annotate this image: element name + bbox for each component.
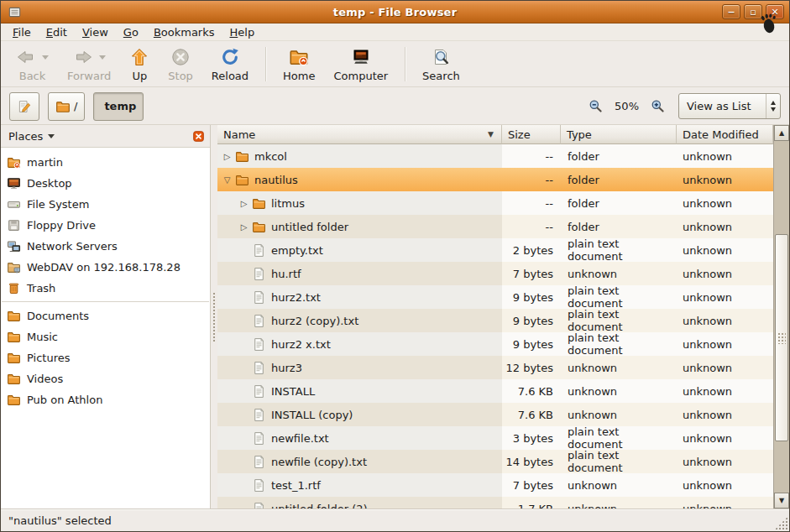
status-text: "nautilus" selected [8, 514, 112, 527]
file-row-empty-txt[interactable]: empty.txt 2 bytes plain text document un… [217, 238, 773, 262]
file-row-hurz2-txt[interactable]: hurz2.txt 9 bytes plain text document un… [217, 285, 773, 309]
path-button-temp[interactable]: temp [93, 92, 144, 121]
up-arrow-icon [129, 47, 149, 67]
sidebar-item-pub-on-athlon[interactable]: Pub on Athlon [1, 389, 210, 410]
minimize-button[interactable]: − [722, 4, 740, 19]
thumb-grip-icon [777, 332, 786, 344]
column-header-name[interactable]: Name ▼ [217, 125, 502, 144]
toolbar-separator [265, 47, 266, 81]
menu-item-edit[interactable]: Edit [39, 25, 75, 39]
expander-icon[interactable]: ▷ [238, 199, 250, 208]
toolbar-button-label: Up [132, 70, 147, 82]
file-row-hurz2-x-txt[interactable]: hurz2 x.txt 9 bytes plain text document … [217, 332, 773, 356]
places-header-label: Places [8, 130, 43, 143]
scrollbar-thumb[interactable] [775, 234, 788, 441]
reload-icon [220, 47, 240, 67]
gnome-foot-icon [757, 12, 779, 35]
menu-item-help[interactable]: Help [222, 25, 263, 39]
scroll-down-button[interactable]: ▼ [774, 493, 789, 509]
sidebar-item-network-servers[interactable]: Network Servers [1, 236, 210, 257]
toolbar-button-home[interactable]: Home [276, 45, 322, 84]
trash-icon [7, 281, 21, 295]
floppy-icon [7, 218, 21, 232]
expander-icon[interactable]: ▷ [238, 222, 250, 232]
sidebar-item-floppy-drive[interactable]: Floppy Drive [1, 215, 210, 236]
folder-icon [7, 351, 21, 365]
dropdown-arrow-icon[interactable] [99, 55, 106, 60]
file-row-install-copy[interactable]: INSTALL (copy) 7.6 KB unknown unknown [217, 403, 773, 426]
file-row-hurz2-copy-txt[interactable]: hurz2 (copy).txt 9 bytes plain text docu… [217, 309, 773, 332]
vertical-scrollbar[interactable]: ▲ ▼ [773, 125, 789, 509]
file-row-hu-rtf[interactable]: hu.rtf 7 bytes unknown unknown [217, 262, 773, 285]
file-icon [252, 478, 266, 493]
zoom-in-icon[interactable] [651, 99, 665, 113]
toolbar-button-label: Computer [333, 70, 388, 82]
sidebar-item-martin[interactable]: martin [1, 152, 210, 173]
toolbar-button-reload[interactable]: Reload [205, 45, 255, 84]
file-browser-window: temp - File Browser − ▫ ✕ FileEditViewGo… [0, 0, 790, 532]
title-bar[interactable]: temp - File Browser − ▫ ✕ [1, 1, 789, 23]
pane-splitter[interactable] [211, 125, 217, 509]
toolbar-button-label: Home [283, 70, 315, 82]
toolbar-button-up[interactable]: Up [123, 45, 156, 84]
file-row-hurz3[interactable]: hurz3 12 bytes unknown unknown [217, 356, 773, 379]
toolbar-button-forward[interactable]: Forward [60, 45, 118, 84]
main-area: Places martin Desktop File System Floppy… [1, 125, 789, 509]
expander-icon[interactable]: ▽ [221, 175, 233, 185]
file-icon [252, 337, 266, 352]
file-row-litmus[interactable]: ▷ litmus -- folder unknown [217, 191, 773, 215]
edit-location-button[interactable] [9, 92, 39, 121]
file-row-test-1-rtf[interactable]: test_1.rtf 7 bytes unknown unknown [217, 473, 773, 497]
drive-icon [7, 197, 21, 211]
places-close-icon[interactable] [192, 130, 205, 143]
sidebar-item-file-system[interactable]: File System [1, 194, 210, 215]
sort-indicator-icon: ▼ [488, 130, 495, 138]
sidebar-item-webdav-on-192-168-178-28[interactable]: WebDAV on 192.168.178.28 [1, 257, 210, 278]
toolbar-button-stop[interactable]: Stop [161, 45, 200, 84]
zoom-out-icon[interactable] [589, 99, 603, 113]
file-row-nautilus[interactable]: ▽ nautilus -- folder unknown [217, 168, 773, 191]
view-mode-select[interactable]: View as List [678, 93, 781, 119]
menu-bar: FileEditViewGoBookmarksHelp [1, 23, 789, 41]
toolbar-button-back[interactable]: Back [9, 45, 55, 84]
toolbar-button-label: Stop [168, 70, 193, 82]
file-row-install[interactable]: INSTALL 7.6 KB unknown unknown [217, 379, 773, 403]
sidebar-item-pictures[interactable]: Pictures [1, 347, 210, 368]
menu-item-go[interactable]: Go [116, 25, 146, 39]
file-row-mkcol[interactable]: ▷ mkcol -- folder unknown [217, 144, 773, 168]
file-row-newfile-copy-txt[interactable]: newfile (copy).txt 14 bytes plain text d… [217, 450, 773, 473]
toolbar-button-label: Search [422, 70, 460, 82]
places-header[interactable]: Places [1, 125, 210, 148]
search-icon [431, 47, 451, 67]
column-header-date-modified[interactable]: Date Modified [677, 125, 773, 144]
forward-arrow-icon [73, 47, 93, 67]
menu-item-bookmarks[interactable]: Bookmarks [146, 25, 222, 39]
sidebar-item-trash[interactable]: Trash [1, 278, 210, 299]
menu-item-view[interactable]: View [75, 25, 116, 39]
column-header-type[interactable]: Type [561, 125, 677, 144]
folder-icon [7, 330, 21, 344]
spinner-arrows-icon [766, 94, 780, 118]
sidebar-item-desktop[interactable]: Desktop [1, 173, 210, 194]
file-list: Name ▼ Size Type Date Modified ▷ mkcol -… [217, 125, 789, 509]
file-row-newfile-txt[interactable]: newfile.txt 3 bytes plain text document … [217, 426, 773, 450]
folder-icon [235, 149, 249, 164]
toolbar: Back Forward Up Stop Reload [1, 41, 789, 87]
scroll-up-button[interactable]: ▲ [774, 125, 789, 141]
file-row-untitled-folder-2[interactable]: untitled folder (2) 1.7 KB unknown unkno… [217, 497, 773, 509]
menu-item-file[interactable]: File [5, 25, 39, 39]
path-button-root[interactable]: / [48, 92, 85, 121]
computer-icon [351, 47, 371, 67]
toolbar-button-computer[interactable]: Computer [327, 45, 395, 84]
column-header-size[interactable]: Size [502, 125, 561, 144]
file-row-untitled-folder[interactable]: ▷ untitled folder -- folder unknown [217, 215, 773, 238]
toolbar-button-search[interactable]: Search [416, 45, 467, 84]
sidebar-item-videos[interactable]: Videos [1, 368, 210, 389]
places-sidebar: Places martin Desktop File System Floppy… [1, 125, 211, 509]
folder-icon [252, 196, 266, 211]
expander-icon[interactable]: ▷ [221, 152, 233, 161]
resize-grip[interactable] [775, 517, 787, 529]
sidebar-item-documents[interactable]: Documents [1, 305, 210, 326]
sidebar-item-music[interactable]: Music [1, 326, 210, 347]
dropdown-arrow-icon[interactable] [42, 55, 49, 60]
